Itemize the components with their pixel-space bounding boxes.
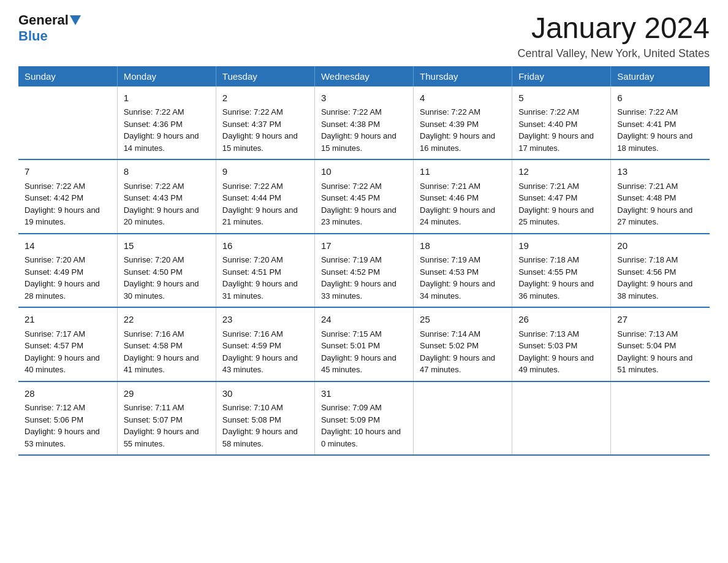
sunrise-text: Sunrise: 7:12 AM [25,403,85,412]
sunrise-text: Sunrise: 7:13 AM [518,329,579,339]
page-header: General Blue January 2024 Central Valley… [18,12,710,60]
calendar-cell [512,381,611,456]
sunset-text: Sunset: 4:45 PM [321,193,380,202]
day-number: 16 [222,239,308,253]
sunset-text: Sunset: 4:44 PM [222,193,281,202]
calendar-cell: 6Sunrise: 7:22 AMSunset: 4:41 PMDaylight… [611,86,710,160]
sunset-text: Sunset: 4:58 PM [124,341,183,350]
calendar-cell: 4Sunrise: 7:22 AMSunset: 4:39 PMDaylight… [414,86,512,160]
day-number: 23 [222,313,308,327]
sunrise-text: Sunrise: 7:22 AM [518,107,579,117]
day-number: 9 [222,165,308,179]
header-monday: Monday [117,66,216,86]
sunset-text: Sunset: 5:06 PM [25,415,83,424]
daylight-text: Daylight: 9 hours and 14 minutes. [124,131,199,153]
day-number: 22 [124,313,210,327]
calendar-header-row: SundayMondayTuesdayWednesdayThursdayFrid… [18,66,710,86]
day-number: 29 [124,387,210,401]
sunset-text: Sunset: 4:51 PM [222,267,281,277]
calendar-cell: 22Sunrise: 7:16 AMSunset: 4:58 PMDayligh… [117,307,216,381]
sunrise-text: Sunrise: 7:17 AM [25,329,85,339]
day-number: 15 [124,239,210,253]
sunset-text: Sunset: 4:49 PM [25,267,83,277]
daylight-text: Daylight: 9 hours and 15 minutes. [321,131,396,153]
sunset-text: Sunset: 4:53 PM [420,267,479,277]
daylight-text: Daylight: 9 hours and 34 minutes. [420,279,495,301]
calendar-cell: 25Sunrise: 7:14 AMSunset: 5:02 PMDayligh… [414,307,512,381]
sunset-text: Sunset: 4:57 PM [25,341,83,350]
daylight-text: Daylight: 9 hours and 38 minutes. [617,279,692,301]
sunrise-text: Sunrise: 7:13 AM [617,329,678,339]
calendar-cell: 1Sunrise: 7:22 AMSunset: 4:36 PMDaylight… [117,86,216,160]
day-number: 12 [518,165,604,179]
calendar-week-row: 28Sunrise: 7:12 AMSunset: 5:06 PMDayligh… [18,381,710,456]
sunset-text: Sunset: 5:08 PM [222,415,281,424]
sunset-text: Sunset: 4:37 PM [222,120,281,129]
sunset-text: Sunset: 5:01 PM [321,341,380,350]
sunrise-text: Sunrise: 7:18 AM [617,255,678,264]
sunset-text: Sunset: 4:41 PM [617,120,676,129]
logo-text: General Blue [18,12,82,44]
header-friday: Friday [512,66,611,86]
sunrise-text: Sunrise: 7:18 AM [518,255,579,264]
day-number: 17 [321,239,407,253]
day-number: 5 [518,91,604,105]
logo-general: General [18,12,69,28]
day-number: 18 [420,239,506,253]
daylight-text: Daylight: 9 hours and 28 minutes. [25,279,100,301]
day-number: 10 [321,165,407,179]
calendar-cell: 21Sunrise: 7:17 AMSunset: 4:57 PMDayligh… [18,307,117,381]
daylight-text: Daylight: 9 hours and 58 minutes. [222,427,298,448]
sunrise-text: Sunrise: 7:16 AM [222,329,283,339]
daylight-text: Daylight: 9 hours and 27 minutes. [617,205,692,227]
calendar-cell: 8Sunrise: 7:22 AMSunset: 4:43 PMDaylight… [117,159,216,234]
daylight-text: Daylight: 9 hours and 49 minutes. [518,353,594,375]
calendar-cell: 30Sunrise: 7:10 AMSunset: 5:08 PMDayligh… [216,381,314,456]
day-number: 13 [617,165,703,179]
sunrise-text: Sunrise: 7:14 AM [420,329,480,339]
sunrise-text: Sunrise: 7:22 AM [222,107,283,117]
calendar-cell: 14Sunrise: 7:20 AMSunset: 4:49 PMDayligh… [18,234,117,308]
daylight-text: Daylight: 9 hours and 17 minutes. [518,131,594,153]
daylight-text: Daylight: 9 hours and 21 minutes. [222,205,298,227]
calendar-cell: 17Sunrise: 7:19 AMSunset: 4:52 PMDayligh… [314,234,413,308]
calendar-cell: 27Sunrise: 7:13 AMSunset: 5:04 PMDayligh… [611,307,710,381]
header-wednesday: Wednesday [314,66,413,86]
day-number: 2 [222,91,308,105]
sunrise-text: Sunrise: 7:22 AM [124,107,184,117]
day-number: 11 [420,165,506,179]
calendar-cell [18,86,117,160]
sunrise-text: Sunrise: 7:22 AM [617,107,678,117]
daylight-text: Daylight: 9 hours and 47 minutes. [420,353,495,375]
header-saturday: Saturday [611,66,710,86]
logo-triangle-icon [70,15,81,25]
sunrise-text: Sunrise: 7:21 AM [518,182,579,191]
day-number: 3 [321,91,407,105]
sunset-text: Sunset: 4:52 PM [321,267,380,277]
sunset-text: Sunset: 4:56 PM [617,267,676,277]
day-number: 19 [518,239,604,253]
calendar-cell: 26Sunrise: 7:13 AMSunset: 5:03 PMDayligh… [512,307,611,381]
sunset-text: Sunset: 4:42 PM [25,193,83,202]
daylight-text: Daylight: 9 hours and 36 minutes. [518,279,594,301]
sunrise-text: Sunrise: 7:22 AM [321,107,382,117]
calendar-cell [414,381,512,456]
sunrise-text: Sunrise: 7:15 AM [321,329,382,339]
day-number: 1 [124,91,210,105]
sunrise-text: Sunrise: 7:10 AM [222,403,283,412]
day-number: 7 [25,165,111,179]
logo-blue: Blue [18,28,48,44]
calendar-cell: 12Sunrise: 7:21 AMSunset: 4:47 PMDayligh… [512,159,611,234]
sunrise-text: Sunrise: 7:19 AM [420,255,480,264]
sunrise-text: Sunrise: 7:20 AM [124,255,184,264]
sunrise-text: Sunrise: 7:22 AM [222,182,283,191]
day-number: 20 [617,239,703,253]
daylight-text: Daylight: 9 hours and 30 minutes. [124,279,199,301]
sunset-text: Sunset: 4:48 PM [617,193,676,202]
daylight-text: Daylight: 9 hours and 41 minutes. [124,353,199,375]
calendar-week-row: 7Sunrise: 7:22 AMSunset: 4:42 PMDaylight… [18,159,710,234]
sunset-text: Sunset: 5:07 PM [124,415,183,424]
calendar-cell: 13Sunrise: 7:21 AMSunset: 4:48 PMDayligh… [611,159,710,234]
daylight-text: Daylight: 9 hours and 18 minutes. [617,131,692,153]
sunrise-text: Sunrise: 7:21 AM [420,182,480,191]
